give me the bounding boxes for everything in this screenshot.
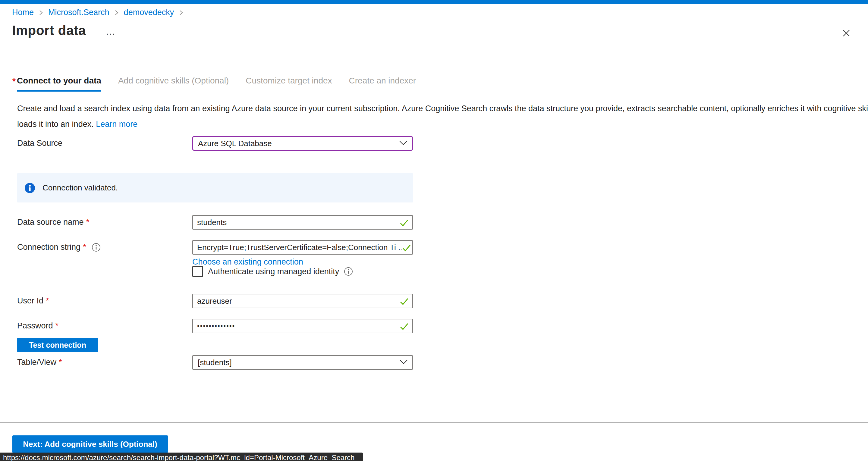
chevron-right-icon	[38, 9, 43, 16]
info-filled-icon	[24, 183, 35, 193]
user-id-input[interactable]	[193, 295, 412, 308]
browser-status-bar: https://docs.microsoft.com/azure/search/…	[0, 453, 363, 461]
data-source-label: Data Source	[17, 139, 62, 148]
close-icon	[841, 28, 851, 39]
required-marker: *	[12, 76, 16, 86]
managed-identity-row: Authenticate using managed identity	[192, 266, 353, 277]
password-label: Password*	[17, 321, 59, 331]
breadcrumb-resource-link[interactable]: demovedecky	[124, 8, 174, 17]
import-data-page: Home Microsoft.Search demovedecky Import…	[0, 0, 868, 461]
next-button[interactable]: Next: Add cognitive skills (Optional)	[12, 435, 168, 453]
valid-check-icon	[400, 298, 409, 307]
description-line1: Create and load a search index using dat…	[17, 101, 868, 116]
description-line2-text: loads it into an index.	[17, 120, 94, 129]
info-icon[interactable]	[344, 267, 353, 276]
status-url: https://docs.microsoft.com/azure/search/…	[0, 454, 354, 461]
table-view-label: Table/View*	[17, 358, 62, 367]
more-options-button[interactable]: ...	[106, 27, 116, 37]
breadcrumb-home-link[interactable]: Home	[12, 8, 34, 17]
tab-customize-target-index[interactable]: Customize target index	[246, 76, 332, 90]
required-marker: *	[83, 243, 86, 252]
valid-check-icon	[402, 244, 411, 253]
required-marker: *	[86, 218, 90, 227]
data-source-value: Azure SQL Database	[193, 139, 399, 148]
info-icon[interactable]	[92, 243, 101, 252]
valid-check-icon	[400, 323, 409, 332]
chevron-down-icon	[399, 359, 408, 366]
connection-string-field	[192, 240, 413, 255]
connection-string-input[interactable]	[193, 241, 412, 254]
page-description: Create and load a search index using dat…	[17, 101, 868, 132]
password-input[interactable]	[193, 319, 412, 333]
connection-validated-banner: Connection validated.	[17, 173, 413, 203]
breadcrumb: Home Microsoft.Search demovedecky	[12, 8, 188, 17]
chevron-down-icon	[399, 140, 408, 147]
learn-more-link[interactable]: Learn more	[96, 120, 137, 129]
footer-divider	[0, 422, 868, 423]
breadcrumb-service-link[interactable]: Microsoft.Search	[48, 8, 110, 17]
tab-create-an-indexer[interactable]: Create an indexer	[349, 76, 416, 90]
user-id-label: User Id*	[17, 296, 49, 306]
managed-identity-label: Authenticate using managed identity	[208, 267, 339, 276]
required-marker: *	[59, 358, 62, 367]
data-source-name-label: Data source name*	[17, 218, 89, 227]
valid-check-icon	[400, 219, 409, 228]
data-source-dropdown[interactable]: Azure SQL Database	[192, 136, 413, 151]
table-view-value: [students]	[193, 358, 399, 367]
wizard-tabs: * Connect to your data Add cognitive ski…	[12, 76, 433, 92]
connection-string-label: Connection string*	[17, 243, 101, 252]
description-line2: loads it into an index. Learn more	[17, 116, 868, 132]
password-field	[192, 319, 413, 333]
required-marker: *	[56, 321, 59, 331]
azure-top-accent-bar	[0, 0, 868, 4]
banner-text: Connection validated.	[42, 183, 118, 192]
data-source-name-field	[192, 215, 413, 229]
page-title: Import data	[12, 23, 86, 38]
chevron-right-icon	[114, 9, 119, 16]
tab-add-cognitive-skills[interactable]: Add cognitive skills (Optional)	[118, 76, 229, 90]
close-button[interactable]	[840, 27, 853, 40]
managed-identity-checkbox[interactable]	[192, 266, 203, 277]
user-id-field	[192, 294, 413, 308]
data-source-name-input[interactable]	[193, 216, 412, 229]
tab-connect-to-your-data[interactable]: Connect to your data	[17, 76, 101, 92]
choose-existing-connection-link[interactable]: Choose an existing connection	[192, 257, 303, 267]
chevron-right-icon	[179, 9, 184, 16]
required-marker: *	[46, 296, 49, 306]
table-view-dropdown[interactable]: [students]	[192, 355, 413, 370]
test-connection-button[interactable]: Test connection	[17, 338, 98, 352]
